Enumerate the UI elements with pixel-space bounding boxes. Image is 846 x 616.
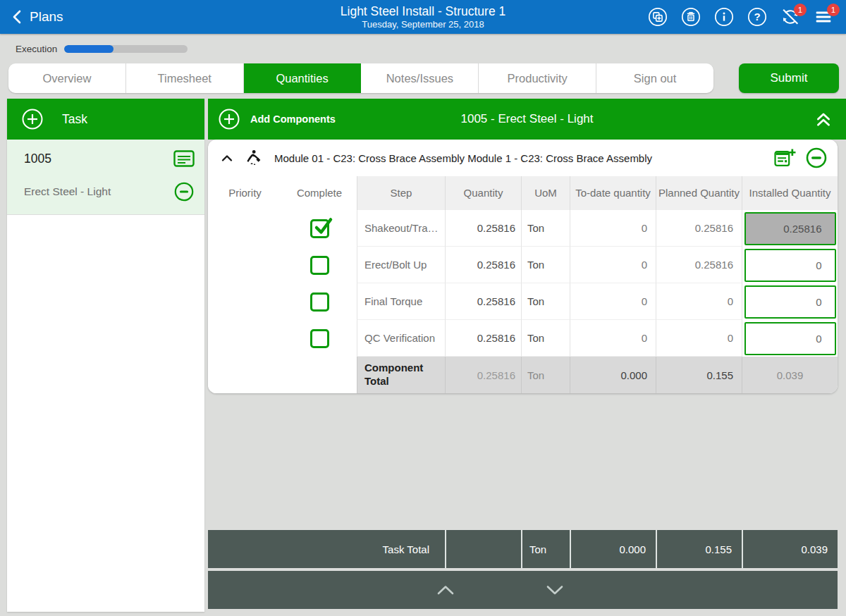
help-button[interactable]: ? (746, 6, 768, 28)
step-row: Shakeout/Tra… 0.25816 Ton 0 0.25816 0.25… (208, 210, 838, 247)
duplicate-button[interactable] (646, 6, 669, 28)
step-to-date: 0 (570, 247, 656, 283)
installed-quantity-input[interactable]: 0 (744, 322, 836, 355)
tab-productivity[interactable]: Productivity (479, 63, 596, 93)
remove-component-button[interactable] (805, 147, 828, 169)
collapse-component-button[interactable] (219, 150, 235, 166)
task-panel: Task 1005 Erect Steel - Light (7, 99, 204, 612)
installed-quantity-input[interactable]: 0 (744, 285, 836, 319)
complete-checkbox[interactable] (310, 256, 329, 275)
step-planned: 0.25816 (656, 210, 742, 247)
tab-notes-issues[interactable]: Notes/Issues (361, 63, 479, 93)
sync-button[interactable]: 1 (779, 6, 802, 28)
chevron-up-icon (219, 150, 235, 166)
task-total-planned: 0.155 (656, 530, 742, 568)
component-total-row: Component Total 0.25816 Ton 0.000 0.155 … (208, 357, 838, 393)
task-total-uom: Ton (521, 530, 570, 568)
back-button[interactable]: Plans (10, 8, 63, 25)
task-details-button[interactable] (173, 150, 195, 167)
installed-cell: 0 (742, 247, 838, 283)
complete-checkbox[interactable] (310, 292, 329, 312)
task-name: Erect Steel - Light (24, 185, 111, 198)
chevron-down-icon (544, 583, 565, 597)
menu-button[interactable]: 1 (812, 6, 835, 28)
component-total-planned: 0.155 (656, 357, 742, 393)
component-card: Module 01 - C23: Cross Brace Assembly Mo… (208, 140, 838, 393)
step-row: Final Torque 0.25816 Ton 0 0 0 (208, 283, 838, 320)
remove-task-button[interactable] (173, 181, 195, 202)
step-name: Final Torque (357, 283, 445, 320)
installed-quantity-input[interactable]: 0 (744, 249, 836, 282)
task-total-to-date: 0.000 (570, 530, 656, 568)
pager-bar (208, 571, 838, 609)
double-chevron-up-icon (814, 109, 833, 129)
page-date: Tuesday, September 25, 2018 (362, 19, 484, 30)
column-header-to-date: To-date quantity (570, 176, 656, 210)
tab-sign-out[interactable]: Sign out (596, 63, 713, 93)
complete-cell (282, 320, 357, 357)
plus-circle-icon (21, 108, 44, 130)
step-name: Erect/Bolt Up (357, 247, 445, 283)
minus-circle-icon (173, 181, 195, 202)
component-total-quantity: 0.25816 (445, 357, 521, 393)
priority-cell (208, 283, 282, 320)
step-planned: 0.25816 (656, 247, 742, 283)
tab-overview[interactable]: Overview (8, 63, 126, 93)
step-name: QC Verification (357, 320, 445, 357)
sync-badge: 1 (794, 4, 807, 16)
table-add-icon (774, 148, 796, 168)
task-total-installed: 0.039 (742, 530, 838, 568)
execution-label: Execution (16, 44, 57, 54)
add-task-button[interactable] (21, 108, 44, 130)
component-total-to-date: 0.000 (570, 357, 656, 393)
scroll-up-button[interactable] (424, 571, 467, 609)
column-header-quantity: Quantity (445, 176, 521, 210)
complete-checkbox[interactable] (310, 329, 329, 348)
task-list-item[interactable]: 1005 Erect Steel - Light (7, 140, 204, 215)
installed-quantity-input[interactable]: 0.25816 (744, 212, 836, 245)
complete-checkbox-checked[interactable] (310, 219, 329, 238)
step-uom: Ton (521, 247, 570, 283)
tabs-row: Overview Timesheet Quantities Notes/Issu… (0, 63, 846, 93)
step-uom: Ton (521, 320, 570, 357)
column-header-uom: UoM (521, 176, 570, 210)
back-label: Plans (30, 9, 63, 25)
installed-cell: 0 (742, 320, 838, 357)
component-title: Module 01 - C23: Cross Brace Assembly Mo… (274, 152, 652, 164)
step-name: Shakeout/Tra… (357, 210, 445, 247)
info-button[interactable] (713, 6, 735, 28)
collapse-all-button[interactable] (814, 109, 833, 129)
info-icon (713, 6, 735, 27)
trash-icon (680, 6, 701, 27)
worker-icon (245, 149, 263, 167)
installed-cell: 0.25816 (742, 210, 838, 247)
submit-button[interactable]: Submit (739, 63, 839, 93)
component-header-title: 1005 - Erect Steel - Light (460, 112, 593, 126)
tab-quantities[interactable]: Quantities (244, 63, 362, 93)
duplicate-icon (647, 6, 668, 27)
column-header-complete: Complete (282, 176, 357, 210)
step-row: Erect/Bolt Up 0.25816 Ton 0 0.25816 0 (208, 247, 838, 283)
step-uom: Ton (521, 210, 570, 247)
complete-cell (282, 210, 357, 247)
component-total-label: Component Total (357, 357, 445, 393)
column-header-installed: Installed Quantity (742, 176, 838, 210)
task-total-bar: Task Total Ton 0.000 0.155 0.039 (208, 530, 838, 568)
step-row: QC Verification 0.25816 Ton 0 0 0 (208, 320, 838, 357)
component-title-row: Module 01 - C23: Cross Brace Assembly Mo… (208, 140, 838, 176)
scroll-down-button[interactable] (534, 571, 576, 609)
step-quantity: 0.25816 (445, 247, 521, 283)
help-icon: ? (747, 6, 768, 27)
step-uom: Ton (521, 283, 570, 320)
checkmark-icon (312, 216, 335, 239)
add-step-button[interactable] (774, 148, 796, 168)
step-planned: 0 (656, 320, 742, 357)
add-components-button[interactable] (218, 108, 240, 130)
execution-progress-bar (64, 45, 188, 53)
delete-button[interactable] (680, 6, 702, 28)
priority-cell (208, 320, 282, 357)
tab-timesheet[interactable]: Timesheet (126, 63, 244, 93)
steps-table-header: Priority Complete Step Quantity UoM To-d… (208, 176, 838, 210)
component-total-uom: Ton (521, 357, 570, 393)
task-total-label: Task Total (208, 530, 445, 568)
